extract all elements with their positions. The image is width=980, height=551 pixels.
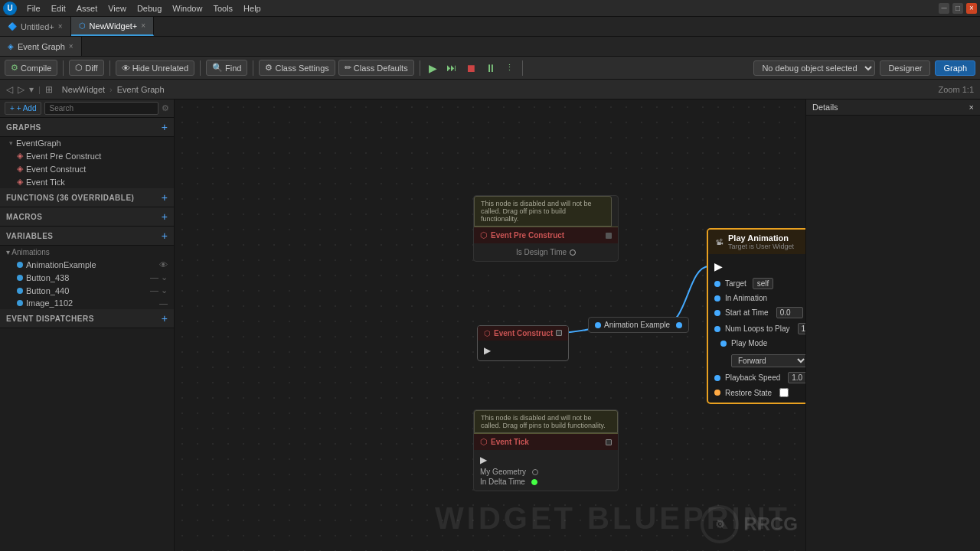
sidebar-item-construct[interactable]: ◈ Event Construct [0,162,174,175]
playmode-select[interactable]: Forward [731,354,805,367]
add-button[interactable]: + + Add [5,102,41,115]
nav-forward[interactable]: ▷ [18,84,24,95]
graphs-header[interactable]: GRAPHS + [0,118,174,137]
nav-back[interactable]: ◁ [6,84,13,95]
macros-add[interactable]: + [162,210,168,223]
maximize-button[interactable]: □ [952,3,963,14]
btn440-arr-icon[interactable]: ⌄ [161,285,168,295]
pre-construct-design-time: Is Design Time [480,248,612,256]
btn438-vis-icon[interactable]: — [150,272,158,282]
menu-file[interactable]: File [21,2,46,15]
speed-input[interactable] [788,372,805,383]
dispatchers-header[interactable]: EVENT DISPATCHERS + [0,309,174,328]
breadcrumb-widget[interactable]: NewWidget [62,85,105,94]
more-button[interactable]: ⋮ [502,63,517,73]
sidebar-item-anim-example[interactable]: AnimationExample 👁 [0,259,174,271]
debug-object-select[interactable]: No debug object selected [753,60,875,76]
settings-icon[interactable]: ⚙ [162,103,169,113]
menu-view[interactable]: View [103,2,132,15]
class-settings-button[interactable]: ⚙ Class Settings [259,60,335,76]
btn438-arr-icon[interactable]: ⌄ [161,272,168,282]
construct-title: Event Construct [494,329,553,337]
designer-button[interactable]: Designer [880,60,930,76]
tab-event-graph[interactable]: ◈ Event Graph × [0,37,82,56]
dispatchers-add[interactable]: + [162,312,168,324]
diff-button[interactable]: ⬡ Diff [69,60,103,76]
tab-untitled-close[interactable]: × [58,22,63,31]
tick-exec-row: ▶ [480,455,612,465]
tab-untitled[interactable]: 🔷 Untitled+ × [0,17,71,36]
nav-history[interactable]: ▾ [29,84,34,95]
search-bar: + + Add ⚙ [0,99,174,118]
play-anim-inanim-row: In Animation [708,292,805,305]
speed-pin [714,375,720,381]
anim-example-row: Animation Example [595,321,682,329]
sidebar-item-button438[interactable]: Button_438 — ⌄ [0,271,174,284]
find-button[interactable]: 🔍 Find [206,60,247,76]
pause-button[interactable]: ⏸ [482,62,499,74]
img1102-vis-icon[interactable]: — [159,298,168,308]
sidebar-item-eventgraph[interactable]: ▾ EventGraph [0,137,174,149]
exec-in-pin[interactable]: ▶ [714,260,723,272]
toolbar-sep-6 [522,60,523,76]
graph-button[interactable]: Graph [935,60,975,76]
menu-tools[interactable]: Tools [207,2,238,15]
numloops-input[interactable] [798,323,806,334]
button440-label: Button_440 [26,286,69,295]
minimize-button[interactable]: ─ [939,3,949,14]
graph-canvas[interactable]: This node is disabled and will not be ca… [175,99,805,551]
variables-add[interactable]: + [162,230,168,242]
functions-header[interactable]: FUNCTIONS (36 OVERRIDABLE) + [0,188,174,207]
play-anim-playmode-section: Play Mode Forward [708,337,805,370]
menu-edit[interactable]: Edit [46,2,71,15]
details-close[interactable]: × [969,103,974,112]
class-defaults-button[interactable]: ✏ Class Defaults [338,60,414,76]
event-graph-close[interactable]: × [69,42,74,51]
inanim-pin [714,295,720,302]
menu-asset[interactable]: Asset [71,2,103,15]
stop-button[interactable]: ⏹ [462,62,479,74]
step-button[interactable]: ⏭ [443,62,459,73]
btn440-vis-icon[interactable]: — [150,285,158,295]
search-input[interactable] [44,102,158,115]
sidebar-item-image1102[interactable]: Image_1102 — [0,297,174,309]
menu-window[interactable]: Window [167,2,207,15]
sidebar-item-pre-construct[interactable]: ◈ Event Pre Construct [0,149,174,162]
hide-unrelated-button[interactable]: 👁 Hide Unrelated [116,60,194,76]
variables-header[interactable]: VARIABLES + [0,227,174,246]
play-button[interactable]: ▶ [426,62,440,74]
node-tick[interactable]: This node is disabled and will not be ca… [473,409,619,491]
tab-newwidget-close[interactable]: × [141,21,145,30]
tick-geometry-label: My Geometry [480,468,526,476]
play-anim-titles: Play Animation Target is User Widget [728,233,794,250]
startat-input[interactable] [776,307,803,318]
menu-debug[interactable]: Debug [132,2,167,15]
event-graph-label: Event Graph [18,42,65,51]
event-graph-icon: ◈ [8,42,14,51]
tab-newwidget[interactable]: ⬡ NewWidget+ × [71,17,155,36]
functions-add[interactable]: + [162,191,168,204]
functions-title: FUNCTIONS (36 OVERRIDABLE) [6,194,134,202]
restore-checkbox[interactable] [779,388,789,397]
construct-exec-out: ▶ [484,345,562,356]
node-pre-construct[interactable]: This node is disabled and will not be ca… [473,195,619,262]
watermark: WIDGET BLUEPRINT [435,501,790,536]
graphs-add[interactable]: + [162,121,168,133]
node-anim-example[interactable]: Animation Example [588,317,689,333]
compile-button[interactable]: ⚙ Compile [5,60,57,76]
node-play-animation[interactable]: 📽 Play Animation Target is User Widget ▶… [707,228,805,404]
animations-group[interactable]: ▾ Animations [0,246,174,259]
node-construct[interactable]: ⬡ Event Construct ▶ [477,325,569,361]
sidebar-item-tick[interactable]: ◈ Event Tick [0,175,174,188]
visibility-icon[interactable]: 👁 [159,260,168,269]
settings-icon: ⚙ [265,63,273,73]
nav-grid[interactable]: ⊞ [45,84,53,95]
breadcrumb-graph[interactable]: Event Graph [117,85,165,94]
tick-exec-arrow: ▶ [480,455,487,465]
btn438-icons: — ⌄ [150,272,168,282]
play-anim-exec-row: ▶ ▶ [708,257,805,276]
menu-help[interactable]: Help [238,2,266,15]
sidebar-item-button440[interactable]: Button_440 — ⌄ [0,284,174,297]
macros-header[interactable]: MACROS + [0,207,174,227]
close-button[interactable]: × [966,3,977,14]
